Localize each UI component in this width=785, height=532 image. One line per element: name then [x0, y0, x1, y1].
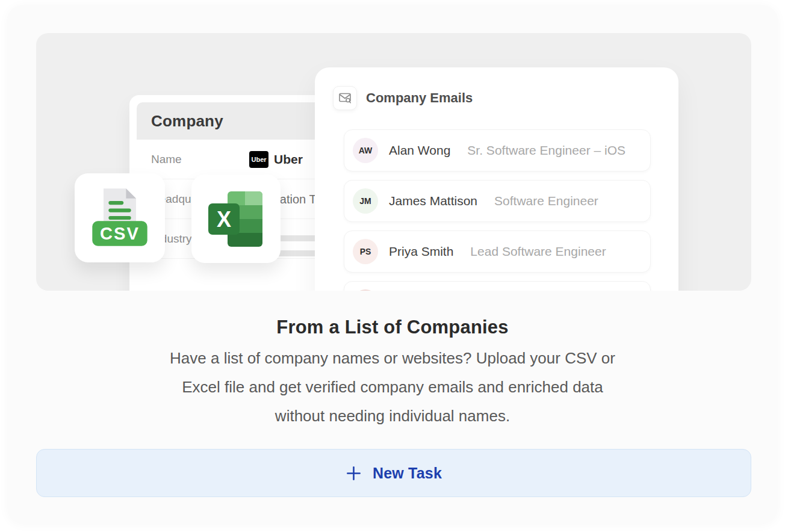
company-emails-title: Company Emails: [366, 90, 473, 106]
excel-file-icon: X: [207, 190, 265, 248]
contact-title: Sr. Software Engineer – iOS: [467, 143, 625, 158]
uber-logo-badge: Uber: [249, 151, 268, 168]
contact-name: Priya Smith: [389, 244, 453, 259]
contact-list: AW Alan Wong Sr. Software Engineer – iOS…: [344, 129, 651, 291]
csv-label: CSV: [100, 224, 140, 243]
feature-card-page: Company Name Uber Uber Headquarters Tran…: [0, 0, 785, 532]
plus-icon: [346, 465, 362, 481]
contact-name: Alan Wong: [389, 143, 450, 158]
contact-title: Lead Software Engineer: [470, 244, 606, 259]
new-task-button[interactable]: New Task: [36, 449, 751, 497]
new-task-button-label: New Task: [373, 465, 442, 482]
excel-file-card: X: [191, 175, 281, 263]
contact-row: JM James Mattison Software Engineer: [344, 180, 651, 222]
company-card-title-text: Company: [151, 112, 223, 131]
contact-row: PS Priya Smith Lead Software Engineer: [344, 230, 651, 273]
contact-title: Software Engineer: [494, 194, 598, 208]
contact-row-partial: [344, 281, 651, 291]
hero-illustration: Company Name Uber Uber Headquarters Tran…: [36, 33, 751, 291]
page-description: Have a list of company names or websites…: [122, 344, 663, 430]
csv-file-card: CSV: [75, 173, 165, 262]
csv-file-icon: CSV: [87, 186, 152, 250]
description-line: Excel file and get verified company emai…: [122, 373, 663, 401]
avatar: [353, 289, 378, 291]
company-name-text: Uber: [274, 152, 303, 167]
avatar: PS: [353, 239, 378, 264]
feature-card: Company Name Uber Uber Headquarters Tran…: [7, 5, 778, 524]
excel-x-letter: X: [217, 207, 231, 232]
description-line: Have a list of company names or websites…: [122, 344, 663, 373]
company-emails-header: Company Emails: [333, 86, 473, 110]
email-search-icon: [333, 86, 357, 110]
avatar: AW: [353, 138, 378, 163]
description-line: without needing individual names.: [122, 401, 663, 430]
avatar: JM: [353, 188, 378, 214]
company-name-label: Name: [151, 153, 182, 166]
contact-row: AW Alan Wong Sr. Software Engineer – iOS: [344, 129, 651, 172]
page-title: From a List of Companies: [7, 314, 778, 341]
contact-name: James Mattison: [389, 194, 477, 208]
company-emails-card: Company Emails AW Alan Wong Sr. Software…: [315, 67, 678, 291]
company-name-value: Uber Uber: [249, 151, 303, 168]
